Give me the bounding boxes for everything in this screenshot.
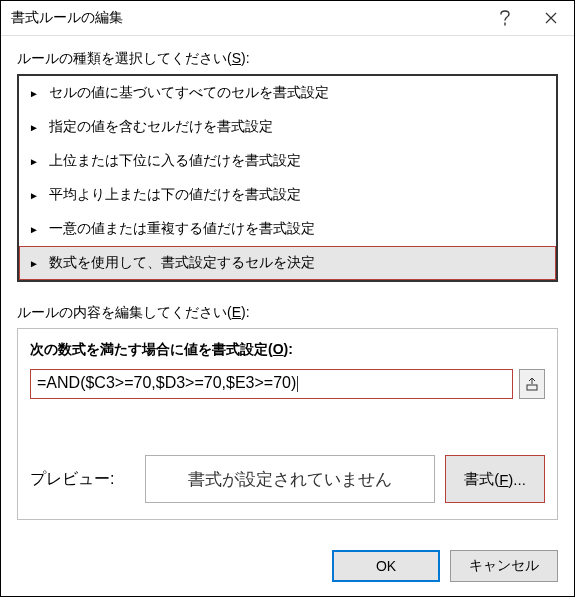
dialog-body: ルールの種類を選択してください(S): ► セルの値に基づいてすべてのセルを書式… — [1, 36, 574, 538]
label-text: )... — [508, 471, 526, 488]
arrow-icon: ► — [29, 88, 39, 99]
close-button[interactable] — [528, 1, 574, 35]
preview-label: プレビュー: — [30, 455, 135, 503]
rule-type-list[interactable]: ► セルの値に基づいてすべてのセルを書式設定 ► 指定の値を含むセルだけを書式設… — [17, 74, 558, 282]
rule-edit-panel: 次の数式を満たす場合に値を書式設定(O): =AND($C3>=70,$D3>=… — [17, 328, 558, 520]
rule-type-item[interactable]: ► セルの値に基づいてすべてのセルを書式設定 — [19, 76, 556, 110]
ok-button[interactable]: OK — [332, 550, 440, 582]
label-accel: S — [232, 50, 241, 66]
collapse-dialog-button[interactable] — [519, 369, 545, 399]
rule-edit-label: ルールの内容を編集してください(E): — [17, 304, 558, 322]
label-accel: F — [499, 471, 508, 488]
rule-type-item[interactable]: ► 上位または下位に入る値だけを書式設定 — [19, 144, 556, 178]
formula-label: 次の数式を満たす場合に値を書式設定(O): — [30, 341, 545, 359]
label-accel: O — [273, 341, 284, 357]
svg-rect-0 — [527, 385, 537, 390]
close-icon — [545, 12, 557, 24]
preview-text: 書式が設定されていません — [188, 468, 392, 491]
rule-type-label: ルールの種類を選択してください(S): — [17, 50, 558, 68]
arrow-icon: ► — [29, 122, 39, 133]
formula-input[interactable]: =AND($C3>=70,$D3>=70,$E3>=70) — [30, 369, 513, 399]
arrow-icon: ► — [29, 258, 39, 269]
rule-type-item[interactable]: ► 指定の値を含むセルだけを書式設定 — [19, 110, 556, 144]
arrow-icon: ► — [29, 224, 39, 235]
cancel-button[interactable]: キャンセル — [450, 550, 558, 582]
rule-type-item[interactable]: ► 一意の値または重複する値だけを書式設定 — [19, 212, 556, 246]
collapse-icon — [525, 377, 539, 391]
rule-edit-section: ルールの内容を編集してください(E): 次の数式を満たす場合に値を書式設定(O)… — [17, 304, 558, 520]
help-button[interactable] — [482, 1, 528, 35]
label-text: ): — [284, 341, 293, 357]
edit-rule-dialog: 書式ルールの編集 ルールの種類を選択してください(S): ► セルの値に基づいて… — [0, 0, 575, 597]
rule-type-item-selected[interactable]: ► 数式を使用して、書式設定するセルを決定 — [19, 246, 556, 280]
formula-value: =AND($C3>=70,$D3>=70,$E3>=70) — [37, 374, 296, 391]
rule-type-item-label: 上位または下位に入る値だけを書式設定 — [49, 152, 301, 170]
preview-box: 書式が設定されていません — [145, 455, 435, 503]
label-text: ): — [241, 304, 250, 320]
rule-type-item-label: セルの値に基づいてすべてのセルを書式設定 — [49, 84, 329, 102]
rule-type-item-label: 平均より上または下の値だけを書式設定 — [49, 186, 301, 204]
arrow-icon: ► — [29, 190, 39, 201]
label-text: 書式( — [464, 470, 499, 489]
rule-type-item-label: 数式を使用して、書式設定するセルを決定 — [49, 254, 315, 272]
preview-row: プレビュー: 書式が設定されていません 書式(F)... — [30, 455, 545, 503]
label-text: ルールの種類を選択してください( — [17, 50, 232, 66]
rule-type-item-label: 指定の値を含むセルだけを書式設定 — [49, 118, 273, 136]
dialog-footer: OK キャンセル — [1, 538, 574, 596]
text-caret — [297, 376, 298, 392]
help-icon — [499, 10, 511, 26]
titlebar: 書式ルールの編集 — [1, 1, 574, 36]
rule-type-item[interactable]: ► 平均より上または下の値だけを書式設定 — [19, 178, 556, 212]
label-text: ルールの内容を編集してください( — [17, 304, 232, 320]
rule-type-item-label: 一意の値または重複する値だけを書式設定 — [49, 220, 315, 238]
formula-row: =AND($C3>=70,$D3>=70,$E3>=70) — [30, 369, 545, 399]
label-text: 次の数式を満たす場合に値を書式設定( — [30, 341, 273, 357]
label-accel: E — [232, 304, 241, 320]
dialog-title: 書式ルールの編集 — [11, 9, 482, 27]
format-button[interactable]: 書式(F)... — [445, 455, 545, 503]
arrow-icon: ► — [29, 156, 39, 167]
label-text: ): — [241, 50, 250, 66]
